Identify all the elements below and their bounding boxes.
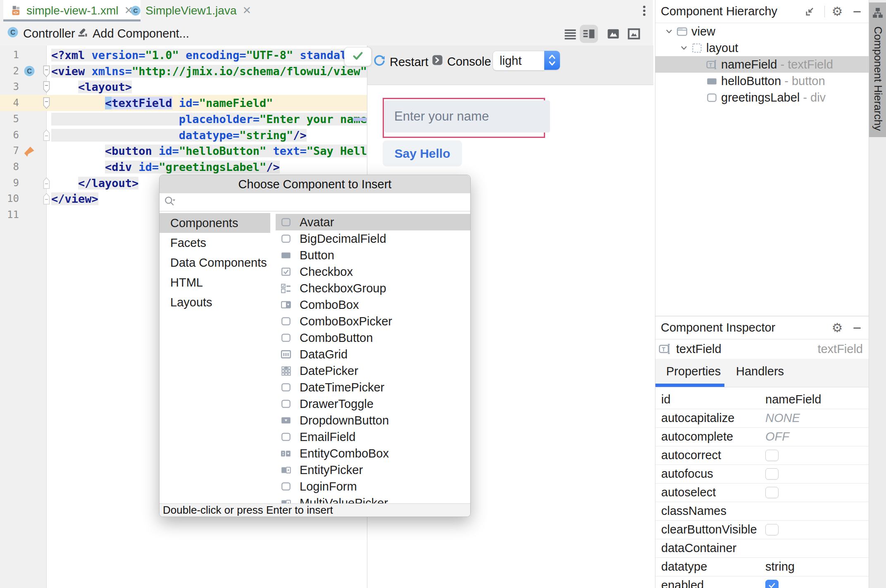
tab-properties[interactable]: Properties <box>666 359 721 384</box>
item-label[interactable]: LoginForm <box>300 480 357 493</box>
view-mode-preview-full-icon[interactable] <box>625 25 643 43</box>
item-label[interactable]: DatePicker <box>300 364 358 378</box>
editor-tab-SimpleView1.java[interactable]: CSimpleView1.java✕ <box>122 0 259 21</box>
tab-close-icon[interactable]: ✕ <box>243 4 252 17</box>
item-label[interactable]: ComboBox <box>300 298 359 312</box>
component-item-DrawerToggle[interactable]: DrawerToggle <box>276 396 470 412</box>
category-Layouts[interactable]: Layouts <box>160 292 270 312</box>
fold-marker[interactable] <box>43 129 50 141</box>
category-Facets[interactable]: Facets <box>160 233 270 253</box>
stripe-tab-component-hierarchy[interactable]: Component Hierarchy <box>869 2 886 137</box>
category-Data Components[interactable]: Data Components <box>160 253 270 273</box>
component-item-LoginForm[interactable]: LoginForm <box>276 478 470 495</box>
node-name[interactable]: greetingsLabel <box>721 91 800 104</box>
view-mode-preview-thumb-icon[interactable] <box>604 25 622 43</box>
item-label[interactable]: EmailField <box>300 430 355 444</box>
code-line-3[interactable]: 3 <layout> <box>0 79 367 95</box>
code-line-1[interactable]: 1<?xml version="1.0" encoding="UTF-8" st… <box>0 47 367 63</box>
component-item-DataGrid[interactable]: DataGrid <box>276 346 470 363</box>
code-line-2[interactable]: 2C<view xmlns="http://jmix.io/schema/flo… <box>0 63 367 79</box>
fold-marker[interactable] <box>43 81 50 93</box>
node-name[interactable]: helloButton <box>721 74 781 88</box>
editor-tab-simple-view-1.xml[interactable]: <>simple-view-1.xml✕ <box>3 0 141 21</box>
item-label[interactable]: DataGrid <box>300 348 348 361</box>
item-label[interactable]: BigDecimalField <box>300 232 386 246</box>
component-item-Avatar[interactable]: Avatar <box>276 214 470 230</box>
checkbox-unchecked-icon[interactable] <box>765 450 779 461</box>
property-value[interactable]: nameField <box>765 393 821 406</box>
component-item-EntityPicker[interactable]: EntityPicker <box>276 462 470 478</box>
select-stepper-icon[interactable] <box>544 51 560 70</box>
component-item-EmailField[interactable]: EmailField <box>276 429 470 445</box>
inspector-minimize-icon[interactable] <box>850 321 864 334</box>
fold-marker-closed-icon[interactable] <box>43 177 50 189</box>
restart-button[interactable]: Restart <box>373 54 428 70</box>
code-line-5[interactable]: 5 placeholder="Enter your name" <box>0 111 367 127</box>
view-mode-split-view-icon[interactable] <box>580 25 598 43</box>
item-label[interactable]: DrawerToggle <box>300 397 374 411</box>
item-label[interactable]: Avatar <box>300 216 334 229</box>
tab-label[interactable]: simple-view-1.xml <box>26 4 118 17</box>
checkbox-unchecked-icon[interactable] <box>765 487 779 498</box>
component-item-DatePicker[interactable]: DatePicker <box>276 363 470 379</box>
checkbox-checked-icon[interactable] <box>765 580 779 588</box>
fold-marker-open-icon[interactable] <box>43 81 50 93</box>
add-component-button[interactable]: Add Component... <box>77 21 189 45</box>
item-label[interactable]: DateTimePicker <box>300 381 384 394</box>
item-label[interactable]: CheckboxGroup <box>300 282 386 295</box>
console-button[interactable]: Console <box>431 54 491 69</box>
add-component-label[interactable]: Add Component... <box>93 27 189 40</box>
tree-node-layout[interactable]: layout <box>655 40 869 56</box>
category-HTML[interactable]: HTML <box>160 273 270 292</box>
controller-label[interactable]: Controller <box>23 27 75 40</box>
view-mode-editor-only-icon[interactable] <box>561 25 579 43</box>
fold-marker[interactable] <box>43 177 50 189</box>
tab-options-kebab-icon[interactable] <box>638 4 650 17</box>
fold-marker[interactable] <box>43 65 50 77</box>
item-label[interactable]: Checkbox <box>300 265 353 279</box>
inspections-ok-widget[interactable] <box>344 47 372 66</box>
class-gutter-icon[interactable]: C <box>23 65 36 78</box>
item-label[interactable]: ComboButton <box>300 331 373 345</box>
component-item-ComboBox[interactable]: ComboBox <box>276 296 470 313</box>
item-label[interactable]: Button <box>300 249 334 262</box>
checkbox-unchecked-icon[interactable] <box>765 524 779 536</box>
fold-marker-closed-icon[interactable] <box>43 193 50 205</box>
say-hello-button[interactable]: Say Hello <box>383 140 462 166</box>
node-name[interactable]: nameField <box>721 58 777 71</box>
fold-marker-open-icon[interactable] <box>43 65 50 77</box>
code-line-4[interactable]: 4 <textField id="nameField" <box>0 95 367 111</box>
component-item-EntityComboBox[interactable]: EntityComboBox <box>276 445 470 462</box>
search-input[interactable] <box>176 195 470 209</box>
console-label[interactable]: Console <box>447 55 491 69</box>
component-item-Button[interactable]: Button <box>276 247 470 263</box>
fold-marker-closed-icon[interactable] <box>43 129 50 141</box>
controller-link[interactable]: C Controller <box>7 21 75 45</box>
theme-select[interactable]: light <box>493 51 560 70</box>
item-label[interactable]: MultiValuePicker <box>300 496 388 504</box>
hierarchy-settings-gear-icon[interactable]: ⚙ <box>831 5 844 18</box>
component-item-MultiValuePicker[interactable]: MultiValuePicker <box>276 495 470 503</box>
checkbox-unchecked-icon[interactable] <box>765 468 779 480</box>
scroll-from-source-icon[interactable] <box>803 5 817 18</box>
restart-label[interactable]: Restart <box>390 55 428 69</box>
fold-marker[interactable] <box>43 97 50 109</box>
component-item-Checkbox[interactable]: Checkbox <box>276 263 470 280</box>
component-item-DropdownButton[interactable]: DropdownButton <box>276 412 470 429</box>
tab-label[interactable]: SimpleView1.java <box>145 4 237 17</box>
tab-handlers[interactable]: Handlers <box>736 359 784 384</box>
item-label[interactable]: ComboBoxPicker <box>300 315 392 328</box>
category-Components[interactable]: Components <box>160 213 270 233</box>
property-value[interactable]: OFF <box>765 430 789 443</box>
code-line-6[interactable]: 6 datatype="string"/> <box>0 127 367 143</box>
component-item-ComboButton[interactable]: ComboButton <box>276 330 470 346</box>
component-item-BigDecimalField[interactable]: BigDecimalField <box>276 230 470 247</box>
node-name[interactable]: layout <box>706 41 738 55</box>
property-value[interactable]: string <box>765 560 795 574</box>
item-label[interactable]: EntityPicker <box>300 463 363 477</box>
fold-marker[interactable] <box>43 193 50 205</box>
item-label[interactable]: DropdownButton <box>300 414 389 427</box>
tree-node-greetingsLabel[interactable]: greetingsLabel - div <box>655 89 869 106</box>
tree-node-helloButton[interactable]: helloButton - button <box>655 73 869 89</box>
hierarchy-minimize-icon[interactable] <box>850 5 864 18</box>
